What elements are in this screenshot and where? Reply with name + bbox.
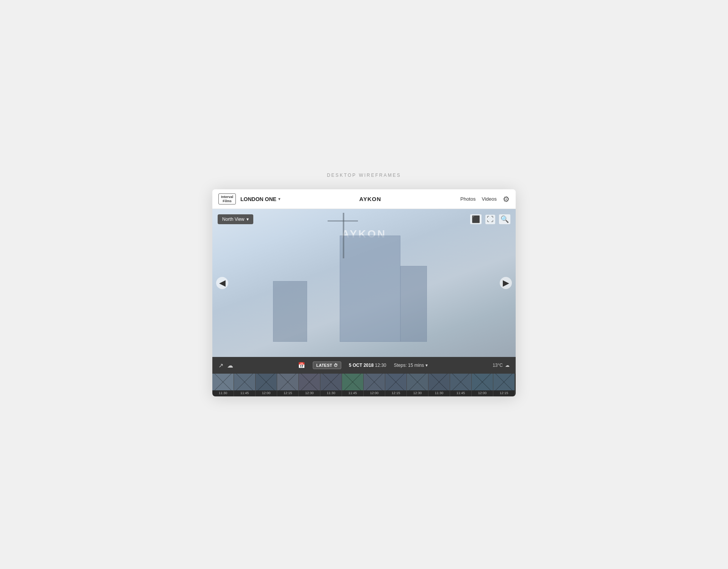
filmstrip-thumbnail: [277, 374, 298, 390]
filmstrip-time-label: 11:30: [435, 391, 444, 395]
logo-line2: Films: [221, 199, 233, 203]
steps-chevron-icon: ▾: [425, 363, 428, 368]
project-name-text: LONDON ONE: [240, 196, 276, 202]
filmstrip-time-label: 11:30: [327, 391, 336, 395]
wireframe-container: Interval Films LONDON ONE ▾ AYKON Photos…: [212, 189, 516, 396]
filmstrip-thumbnail: [299, 374, 320, 390]
videos-link[interactable]: Videos: [482, 196, 497, 202]
settings-icon[interactable]: ⚙: [503, 195, 510, 204]
filmstrip-item[interactable]: 11:45: [450, 374, 472, 396]
filmstrip-thumbnail: [493, 374, 515, 390]
bottom-toolbar: ↗ ☁ 📅 LATEST ⏱ 5 OCT 2018 12:30 Steps: 1…: [212, 357, 516, 374]
filmstrip-time-label: 11:45: [348, 391, 357, 395]
zoom-icon[interactable]: 🔍: [499, 214, 510, 224]
filmstrip-thumbnail: [472, 374, 493, 390]
filmstrip-time-label: 12:15: [500, 391, 508, 395]
fullscreen-icon[interactable]: ⛶: [485, 215, 495, 224]
north-view-label: North View: [222, 217, 244, 222]
compare-icon[interactable]: ⬛: [470, 214, 482, 224]
next-arrow[interactable]: ▶: [500, 277, 512, 289]
project-chevron-icon: ▾: [278, 197, 280, 201]
filmstrip-item[interactable]: 12:15: [493, 374, 515, 396]
filmstrip-thumbnail: [342, 374, 363, 390]
filmstrip-thumbnail: [385, 374, 406, 390]
building-simulation: [212, 209, 516, 357]
building-main: [340, 236, 400, 342]
filmstrip-time-label: 12:30: [305, 391, 314, 395]
filmstrip-time-label: 12:30: [413, 391, 422, 395]
filmstrip-item[interactable]: 12:30: [407, 374, 428, 396]
filmstrip-item[interactable]: 11:45: [234, 374, 256, 396]
filmstrip-thumbnail: [256, 374, 277, 390]
filmstrip-thumbnail: [212, 374, 234, 390]
filmstrip-time-label: 12:15: [392, 391, 400, 395]
project-selector[interactable]: LONDON ONE ▾: [240, 196, 280, 202]
toolbar-center: 📅 LATEST ⏱ 5 OCT 2018 12:30 Steps: 15 mi…: [239, 362, 486, 369]
prev-arrow[interactable]: ◀: [216, 277, 228, 289]
building-right: [400, 266, 427, 342]
filmstrip-thumbnail: [450, 374, 471, 390]
filmstrip-item[interactable]: 12:00: [364, 374, 385, 396]
cloud-upload-icon[interactable]: ☁: [227, 362, 233, 369]
filmstrip-thumbnail: [428, 374, 450, 390]
filmstrip-time-label: 11:30: [219, 391, 228, 395]
filmstrip: 11:3011:4512:0012:1512:3011:3011:4512:00…: [212, 374, 516, 396]
filmstrip-thumbnail: [234, 374, 255, 390]
building-left: [273, 281, 307, 342]
filmstrip-time-label: 12:15: [284, 391, 292, 395]
temperature-text: 13°C: [493, 363, 503, 368]
calendar-icon[interactable]: 📅: [298, 362, 305, 369]
filmstrip-thumbnail: [364, 374, 385, 390]
filmstrip-item[interactable]: 12:15: [277, 374, 299, 396]
filmstrip-item[interactable]: 12:00: [472, 374, 493, 396]
navbar-left: Interval Films LONDON ONE ▾: [218, 193, 280, 205]
page-label: DESKTOP WIREFRAMES: [327, 173, 401, 178]
clock-icon: ⏱: [334, 363, 338, 368]
filmstrip-time-label: 11:45: [240, 391, 249, 395]
filmstrip-time-label: 12:00: [478, 391, 487, 395]
photos-link[interactable]: Photos: [460, 196, 475, 202]
filmstrip-time-label: 12:00: [262, 391, 271, 395]
logo-line1: Interval: [221, 195, 233, 199]
center-title-text: AYKON: [359, 196, 381, 202]
filmstrip-item[interactable]: 11:30: [212, 374, 234, 396]
filmstrip-item[interactable]: 12:30: [299, 374, 320, 396]
share-icon[interactable]: ↗: [218, 362, 223, 369]
toolbar-right: 13°C ☁: [493, 363, 510, 368]
filmstrip-time-label: 12:00: [370, 391, 379, 395]
filmstrip-thumbnail: [407, 374, 428, 390]
latest-label: LATEST: [316, 363, 332, 368]
navbar-right: Photos Videos ⚙: [460, 195, 510, 204]
toolbar-left: ↗ ☁: [218, 362, 233, 369]
weather-cloud-icon: ☁: [505, 363, 510, 368]
filmstrip-item[interactable]: 11:30: [428, 374, 450, 396]
date-text: 5 OCT 2018: [349, 363, 373, 368]
latest-badge[interactable]: LATEST ⏱: [313, 362, 341, 369]
image-area: North View ▾ ⬛ ⛶ 🔍 ◀ ▶: [212, 209, 516, 357]
filmstrip-item[interactable]: 12:15: [385, 374, 407, 396]
filmstrip-item[interactable]: 11:30: [320, 374, 342, 396]
logo[interactable]: Interval Films: [218, 193, 236, 205]
date-time-display: 5 OCT 2018 12:30: [349, 363, 386, 368]
steps-label: Steps: 15 mins: [394, 363, 424, 368]
time-value: 12:30: [375, 363, 386, 368]
filmstrip-item[interactable]: 12:00: [256, 374, 277, 396]
north-view-chevron-icon: ▾: [246, 217, 249, 222]
filmstrip-item[interactable]: 11:45: [342, 374, 364, 396]
crane: [343, 213, 344, 258]
navbar-center: AYKON: [359, 196, 381, 202]
navbar: Interval Films LONDON ONE ▾ AYKON Photos…: [212, 189, 516, 209]
filmstrip-time-label: 11:45: [457, 391, 465, 395]
north-view-button[interactable]: North View ▾: [218, 214, 253, 224]
filmstrip-thumbnail: [320, 374, 342, 390]
image-top-right-controls: ⬛ ⛶ 🔍: [470, 214, 510, 224]
steps-control[interactable]: Steps: 15 mins ▾: [394, 363, 428, 368]
